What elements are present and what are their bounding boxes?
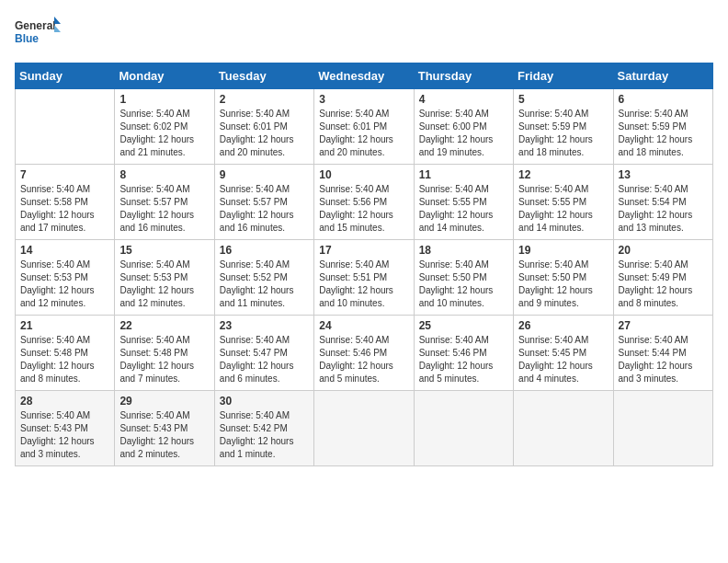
- calendar-cell: [613, 391, 712, 466]
- calendar-cell: 7Sunrise: 5:40 AM Sunset: 5:58 PM Daylig…: [16, 165, 115, 240]
- calendar-cell: [16, 89, 115, 165]
- day-number: 20: [619, 244, 708, 257]
- day-number: 16: [220, 244, 309, 257]
- cell-info: Sunrise: 5:40 AM Sunset: 5:59 PM Dayligh…: [619, 108, 708, 159]
- calendar-cell: [314, 391, 414, 466]
- cell-info: Sunrise: 5:40 AM Sunset: 6:00 PM Dayligh…: [419, 108, 508, 159]
- day-number: 27: [619, 319, 708, 332]
- cell-info: Sunrise: 5:40 AM Sunset: 5:49 PM Dayligh…: [619, 259, 708, 310]
- cell-info: Sunrise: 5:40 AM Sunset: 5:50 PM Dayligh…: [419, 259, 508, 310]
- day-number: 23: [220, 319, 309, 332]
- calendar-cell: 15Sunrise: 5:40 AM Sunset: 5:53 PM Dayli…: [115, 240, 214, 316]
- day-number: 30: [220, 395, 309, 408]
- day-number: 26: [518, 319, 608, 332]
- calendar-cell: 8Sunrise: 5:40 AM Sunset: 5:57 PM Daylig…: [115, 165, 214, 240]
- calendar-cell: 28Sunrise: 5:40 AM Sunset: 5:43 PM Dayli…: [16, 391, 115, 466]
- calendar-cell: 23Sunrise: 5:40 AM Sunset: 5:47 PM Dayli…: [214, 316, 313, 391]
- day-header-friday: Friday: [514, 63, 613, 89]
- svg-text:Blue: Blue: [15, 32, 39, 45]
- cell-info: Sunrise: 5:40 AM Sunset: 5:51 PM Dayligh…: [319, 259, 408, 310]
- cell-info: Sunrise: 5:40 AM Sunset: 5:56 PM Dayligh…: [319, 183, 408, 235]
- calendar-cell: 1Sunrise: 5:40 AM Sunset: 6:02 PM Daylig…: [115, 89, 214, 165]
- calendar-cell: 14Sunrise: 5:40 AM Sunset: 5:53 PM Dayli…: [16, 240, 115, 316]
- day-number: 19: [518, 244, 608, 257]
- day-number: 18: [419, 244, 508, 257]
- day-header-sunday: Sunday: [16, 63, 115, 89]
- day-number: 29: [119, 395, 209, 408]
- day-number: 5: [518, 93, 608, 106]
- day-header-wednesday: Wednesday: [314, 63, 414, 89]
- svg-marker-3: [54, 25, 61, 32]
- calendar-cell: 5Sunrise: 5:40 AM Sunset: 5:59 PM Daylig…: [514, 89, 613, 165]
- calendar-cell: 2Sunrise: 5:40 AM Sunset: 6:01 PM Daylig…: [214, 89, 313, 165]
- cell-info: Sunrise: 5:40 AM Sunset: 5:53 PM Dayligh…: [20, 259, 109, 310]
- page-header: General Blue: [15, 15, 713, 52]
- calendar-cell: 6Sunrise: 5:40 AM Sunset: 5:59 PM Daylig…: [613, 89, 712, 165]
- cell-info: Sunrise: 5:40 AM Sunset: 5:48 PM Dayligh…: [119, 334, 209, 385]
- cell-info: Sunrise: 5:40 AM Sunset: 5:48 PM Dayligh…: [20, 334, 109, 385]
- logo-svg: General Blue: [15, 15, 61, 52]
- day-number: 21: [20, 319, 109, 332]
- cell-info: Sunrise: 5:40 AM Sunset: 5:42 PM Dayligh…: [220, 409, 309, 461]
- calendar-cell: 22Sunrise: 5:40 AM Sunset: 5:48 PM Dayli…: [115, 316, 214, 391]
- day-number: 7: [20, 168, 109, 181]
- cell-info: Sunrise: 5:40 AM Sunset: 5:46 PM Dayligh…: [419, 334, 508, 385]
- calendar-cell: 13Sunrise: 5:40 AM Sunset: 5:54 PM Dayli…: [613, 165, 712, 240]
- day-number: 24: [319, 319, 408, 332]
- cell-info: Sunrise: 5:40 AM Sunset: 5:59 PM Dayligh…: [518, 108, 608, 159]
- day-header-saturday: Saturday: [613, 63, 712, 89]
- calendar-cell: 11Sunrise: 5:40 AM Sunset: 5:55 PM Dayli…: [414, 165, 513, 240]
- day-number: 17: [319, 244, 408, 257]
- week-row-4: 21Sunrise: 5:40 AM Sunset: 5:48 PM Dayli…: [16, 316, 713, 391]
- week-row-1: 1Sunrise: 5:40 AM Sunset: 6:02 PM Daylig…: [16, 89, 713, 165]
- day-number: 4: [419, 93, 508, 106]
- day-number: 8: [119, 168, 209, 181]
- day-header-tuesday: Tuesday: [214, 63, 313, 89]
- calendar-header-row: SundayMondayTuesdayWednesdayThursdayFrid…: [16, 63, 713, 89]
- day-header-monday: Monday: [115, 63, 214, 89]
- week-row-5: 28Sunrise: 5:40 AM Sunset: 5:43 PM Dayli…: [16, 391, 713, 466]
- cell-info: Sunrise: 5:40 AM Sunset: 5:44 PM Dayligh…: [619, 334, 708, 385]
- calendar-cell: 21Sunrise: 5:40 AM Sunset: 5:48 PM Dayli…: [16, 316, 115, 391]
- day-number: 2: [220, 93, 309, 106]
- calendar-cell: 12Sunrise: 5:40 AM Sunset: 5:55 PM Dayli…: [514, 165, 613, 240]
- calendar-cell: 27Sunrise: 5:40 AM Sunset: 5:44 PM Dayli…: [613, 316, 712, 391]
- svg-marker-2: [54, 17, 61, 24]
- cell-info: Sunrise: 5:40 AM Sunset: 6:01 PM Dayligh…: [319, 108, 408, 159]
- calendar-table: SundayMondayTuesdayWednesdayThursdayFrid…: [15, 63, 713, 466]
- logo: General Blue: [15, 15, 61, 52]
- day-number: 9: [220, 168, 309, 181]
- cell-info: Sunrise: 5:40 AM Sunset: 5:57 PM Dayligh…: [119, 183, 209, 235]
- day-number: 25: [419, 319, 508, 332]
- week-row-2: 7Sunrise: 5:40 AM Sunset: 5:58 PM Daylig…: [16, 165, 713, 240]
- cell-info: Sunrise: 5:40 AM Sunset: 5:47 PM Dayligh…: [220, 334, 309, 385]
- day-number: 1: [119, 93, 209, 106]
- day-number: 3: [319, 93, 408, 106]
- calendar-cell: 26Sunrise: 5:40 AM Sunset: 5:45 PM Dayli…: [514, 316, 613, 391]
- day-number: 15: [119, 244, 209, 257]
- cell-info: Sunrise: 5:40 AM Sunset: 5:52 PM Dayligh…: [220, 259, 309, 310]
- calendar-cell: 17Sunrise: 5:40 AM Sunset: 5:51 PM Dayli…: [314, 240, 414, 316]
- day-number: 13: [619, 168, 708, 181]
- cell-info: Sunrise: 5:40 AM Sunset: 5:50 PM Dayligh…: [518, 259, 608, 310]
- day-number: 11: [419, 168, 508, 181]
- calendar-cell: 10Sunrise: 5:40 AM Sunset: 5:56 PM Dayli…: [314, 165, 414, 240]
- calendar-cell: [514, 391, 613, 466]
- cell-info: Sunrise: 5:40 AM Sunset: 5:55 PM Dayligh…: [518, 183, 608, 235]
- calendar-cell: 30Sunrise: 5:40 AM Sunset: 5:42 PM Dayli…: [214, 391, 313, 466]
- day-number: 12: [518, 168, 608, 181]
- day-header-thursday: Thursday: [414, 63, 513, 89]
- calendar-cell: 18Sunrise: 5:40 AM Sunset: 5:50 PM Dayli…: [414, 240, 513, 316]
- cell-info: Sunrise: 5:40 AM Sunset: 5:43 PM Dayligh…: [119, 409, 209, 461]
- cell-info: Sunrise: 5:40 AM Sunset: 6:01 PM Dayligh…: [220, 108, 309, 159]
- cell-info: Sunrise: 5:40 AM Sunset: 5:46 PM Dayligh…: [319, 334, 408, 385]
- svg-text:General: General: [15, 19, 56, 32]
- cell-info: Sunrise: 5:40 AM Sunset: 6:02 PM Dayligh…: [119, 108, 209, 159]
- cell-info: Sunrise: 5:40 AM Sunset: 5:57 PM Dayligh…: [220, 183, 309, 235]
- calendar-cell: [414, 391, 513, 466]
- cell-info: Sunrise: 5:40 AM Sunset: 5:58 PM Dayligh…: [20, 183, 109, 235]
- calendar-cell: 16Sunrise: 5:40 AM Sunset: 5:52 PM Dayli…: [214, 240, 313, 316]
- cell-info: Sunrise: 5:40 AM Sunset: 5:45 PM Dayligh…: [518, 334, 608, 385]
- calendar-cell: 20Sunrise: 5:40 AM Sunset: 5:49 PM Dayli…: [613, 240, 712, 316]
- cell-info: Sunrise: 5:40 AM Sunset: 5:55 PM Dayligh…: [419, 183, 508, 235]
